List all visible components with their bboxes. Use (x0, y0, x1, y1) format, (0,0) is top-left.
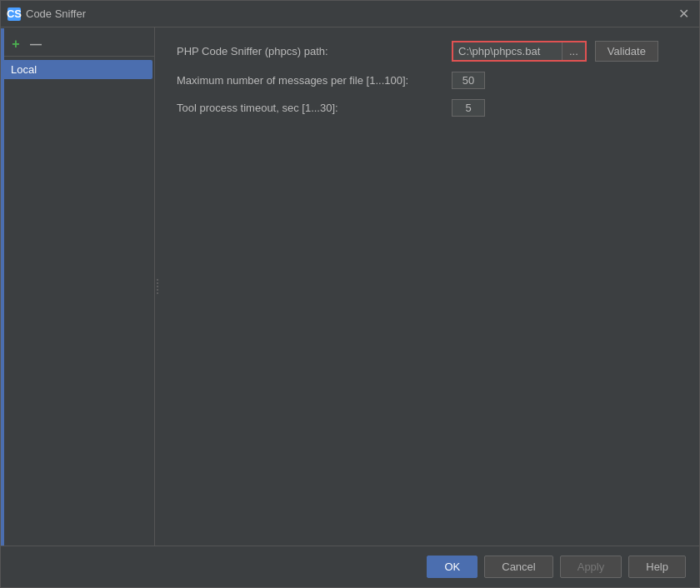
max-messages-input[interactable] (452, 72, 485, 89)
php-path-input-group: ... (452, 41, 587, 62)
bottom-bar: OK Cancel Apply Help (1, 546, 699, 587)
timeout-input[interactable] (452, 99, 485, 117)
local-configuration-item[interactable]: Local (2, 60, 152, 79)
max-messages-label: Maximum number of messages per file [1..… (177, 74, 443, 87)
ok-button[interactable]: OK (427, 556, 478, 578)
resize-dots (157, 279, 158, 294)
dialog-title: Code Sniffer (26, 7, 86, 20)
apply-button[interactable]: Apply (560, 556, 622, 578)
timeout-row: Tool process timeout, sec [1...30]: (177, 99, 682, 117)
close-button[interactable]: ✕ (674, 5, 692, 23)
code-sniffer-dialog: CS Code Sniffer ✕ + — Local (0, 0, 700, 588)
max-messages-row: Maximum number of messages per file [1..… (177, 72, 682, 89)
php-path-row: PHP Code Sniffer (phpcs) path: ... Valid… (177, 41, 682, 62)
dialog-icon: CS (8, 7, 21, 21)
browse-button[interactable]: ... (562, 42, 585, 60)
php-path-input[interactable] (453, 42, 562, 60)
left-panel-toolbar: + — (1, 32, 154, 57)
cancel-button[interactable]: Cancel (484, 556, 552, 578)
remove-configuration-button[interactable]: — (28, 36, 44, 52)
main-content: + — Local PHP Code Sniffer (phpcs) path: (1, 27, 699, 546)
timeout-label: Tool process timeout, sec [1...30]: (177, 102, 443, 114)
right-panel: PHP Code Sniffer (phpcs) path: ... Valid… (160, 27, 699, 546)
validate-button[interactable]: Validate (595, 41, 658, 62)
help-button[interactable]: Help (628, 556, 686, 578)
title-bar-left: CS Code Sniffer (8, 7, 86, 21)
title-bar: CS Code Sniffer ✕ (1, 1, 699, 27)
add-configuration-button[interactable]: + (8, 36, 24, 52)
php-path-label: PHP Code Sniffer (phpcs) path: (177, 45, 443, 57)
side-accent (1, 28, 4, 546)
left-panel: + — Local (1, 27, 155, 546)
